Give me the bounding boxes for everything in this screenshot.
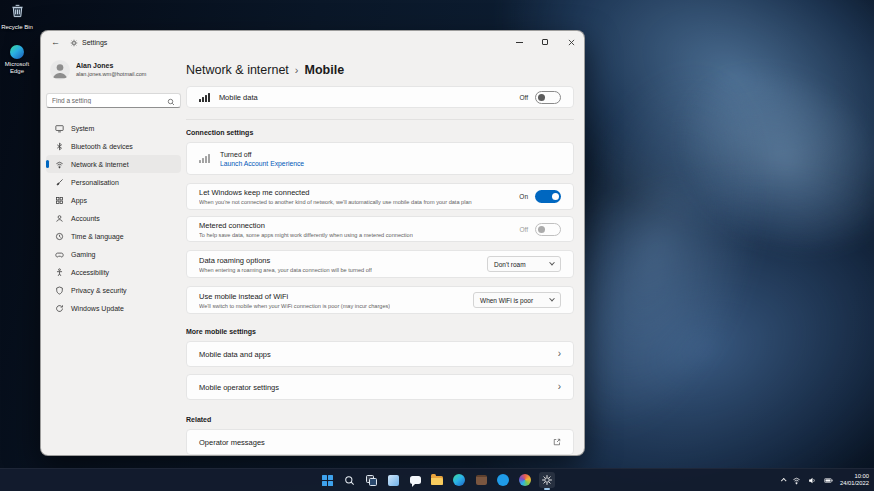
data-roaming-dropdown[interactable]: Don't roam: [487, 256, 561, 272]
launch-account-experience-link[interactable]: Launch Account Experience: [220, 160, 304, 167]
edge-icon: [453, 474, 465, 486]
close-button[interactable]: [558, 31, 584, 53]
search-icon: [344, 475, 355, 486]
chevron-down-icon: [549, 260, 555, 266]
battery-tray-icon[interactable]: [824, 476, 833, 485]
edge-button[interactable]: [451, 472, 467, 488]
keep-connected-toggle[interactable]: [535, 190, 561, 203]
widgets-icon: [388, 475, 399, 486]
app-title-group: Settings: [70, 33, 107, 51]
mobile-data-state: Off: [519, 94, 528, 101]
sidebar-item-system[interactable]: System: [46, 119, 181, 137]
sidebar-item-bluetooth-devices[interactable]: Bluetooth & devices: [46, 137, 181, 155]
network-icon: [55, 160, 64, 169]
sidebar-item-network-internet[interactable]: Network & internet: [46, 155, 181, 173]
windows-logo-icon: [322, 475, 333, 486]
operator-messages-card[interactable]: Operator messages: [186, 429, 574, 455]
desktop-icon-recycle-bin[interactable]: Recycle Bin: [0, 3, 37, 31]
widgets-button[interactable]: [385, 472, 401, 488]
time-language-icon: [55, 232, 64, 241]
avatar: [50, 60, 70, 80]
task-view-icon: [363, 472, 379, 488]
accessibility-icon: [55, 268, 64, 277]
taskbar-center: [319, 469, 555, 491]
sidebar-item-gaming[interactable]: Gaming: [46, 245, 181, 263]
clock[interactable]: 10:00 24/01/2022: [840, 473, 869, 487]
mobile-data-and-apps-card[interactable]: Mobile data and apps ›: [186, 341, 574, 367]
search-input[interactable]: [52, 97, 167, 104]
sidebar-item-time-language[interactable]: Time & language: [46, 227, 181, 245]
sidebar-item-windows-update[interactable]: Windows Update: [46, 299, 181, 317]
chat-button[interactable]: [407, 472, 423, 488]
section-related: Related: [186, 416, 574, 423]
main-content: Network & internet › Mobile Mobile data …: [186, 53, 574, 455]
mobile-data-toggle[interactable]: [535, 91, 561, 104]
sidebar-item-personalisation[interactable]: Personalisation: [46, 173, 181, 191]
task-view-button[interactable]: [363, 472, 379, 488]
mobile-data-title: Mobile data: [219, 93, 258, 102]
breadcrumb-separator: ›: [295, 64, 299, 76]
tray-date: 24/01/2022: [840, 480, 869, 487]
desktop-icon-label: Microsoft Edge: [0, 61, 37, 75]
metered-connection-toggle[interactable]: [535, 223, 561, 236]
gaming-icon: [55, 250, 64, 259]
mobile-instead-wifi-dropdown[interactable]: When WiFi is poor: [473, 292, 561, 308]
chevron-down-icon: [549, 296, 555, 302]
store-button[interactable]: [473, 472, 489, 488]
start-button[interactable]: [319, 472, 335, 488]
profile-email: alan.jones.wm@hotmail.com: [76, 71, 146, 78]
sidebar-item-privacy-security[interactable]: Privacy & security: [46, 281, 181, 299]
apps-icon: [55, 196, 64, 205]
metered-connection-card: Metered connection To help save data, so…: [186, 216, 574, 242]
back-icon[interactable]: ←: [51, 37, 60, 47]
breadcrumb: Network & internet › Mobile: [186, 63, 574, 77]
sidebar-item-accessibility[interactable]: Accessibility: [46, 263, 181, 281]
sidebar-item-apps[interactable]: Apps: [46, 191, 181, 209]
maximize-icon: [542, 39, 548, 45]
section-more-mobile-settings: More mobile settings: [186, 328, 574, 335]
skype-icon: [497, 474, 509, 486]
mobile-operator-settings-card[interactable]: Mobile operator settings ›: [186, 374, 574, 400]
edge-icon: [10, 45, 24, 59]
profile-name: Alan Jones: [76, 62, 146, 71]
desktop-icon-microsoft-edge[interactable]: Microsoft Edge: [0, 45, 37, 75]
sidebar: Alan Jones alan.jones.wm@hotmail.com Sys…: [41, 53, 186, 455]
file-explorer-button[interactable]: [429, 472, 445, 488]
keep-connected-state: On: [519, 193, 528, 200]
signal-off-icon: [199, 154, 210, 163]
desktop: { "accent_color": "#0067c0", "link_color…: [0, 0, 874, 491]
external-link-icon: [553, 438, 561, 446]
settings-taskbar-button[interactable]: [539, 472, 555, 488]
system-tray: 10:00 24/01/2022: [781, 469, 869, 491]
bluetooth-icon: [55, 142, 64, 151]
minimize-icon: [516, 42, 523, 43]
recycle-bin-icon: [10, 3, 25, 22]
desktop-icon-label: Recycle Bin: [1, 24, 33, 31]
volume-tray-icon[interactable]: [808, 476, 817, 485]
folder-icon: [431, 476, 443, 485]
photos-icon: [519, 474, 531, 486]
profile-block[interactable]: Alan Jones alan.jones.wm@hotmail.com: [46, 59, 181, 81]
wallpaper-wave: [621, 8, 874, 311]
taskbar: 10:00 24/01/2022: [0, 468, 874, 491]
hidden-icons-chevron[interactable]: [781, 478, 787, 484]
minimize-button[interactable]: [506, 31, 532, 53]
sidebar-item-accounts[interactable]: Accounts: [46, 209, 181, 227]
skype-button[interactable]: [495, 472, 511, 488]
network-tray-icon[interactable]: [792, 476, 801, 485]
photos-button[interactable]: [517, 472, 533, 488]
connection-status-card: Turned off Launch Account Experience: [186, 142, 574, 175]
accounts-icon: [55, 214, 64, 223]
data-roaming-card: Data roaming options When entering a roa…: [186, 250, 574, 278]
search-box[interactable]: [46, 93, 181, 108]
metered-connection-state: Off: [519, 226, 528, 233]
titlebar: ← Settings: [41, 31, 584, 53]
settings-gear-icon: [541, 474, 553, 486]
breadcrumb-parent[interactable]: Network & internet: [186, 63, 289, 77]
maximize-button[interactable]: [532, 31, 558, 53]
chat-icon: [410, 476, 421, 485]
privacy-security-icon: [55, 286, 64, 295]
settings-gear-icon: [70, 33, 78, 51]
search-button[interactable]: [341, 472, 357, 488]
section-connection-settings: Connection settings: [186, 129, 574, 136]
